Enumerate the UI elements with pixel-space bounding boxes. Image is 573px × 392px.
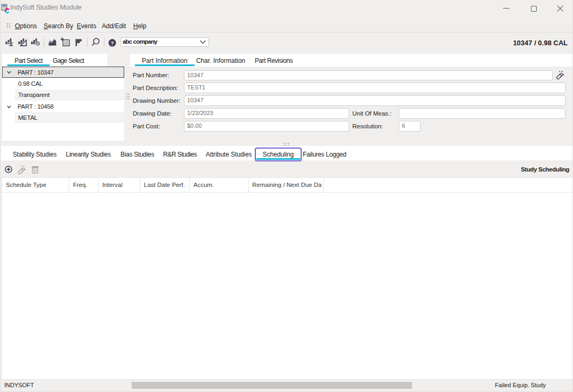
svg-text:?: ?: [111, 40, 114, 46]
